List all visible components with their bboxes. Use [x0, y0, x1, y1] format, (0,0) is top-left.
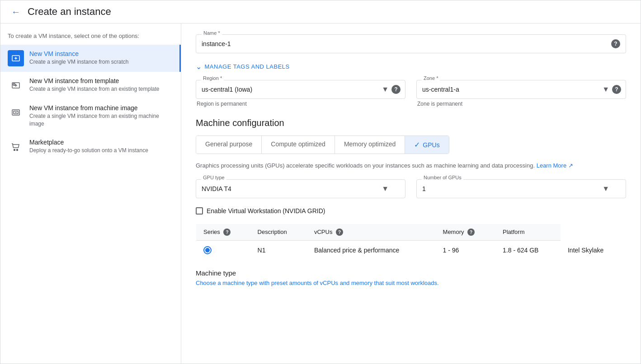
manage-tags-button[interactable]: ⌄ MANAGE TAGS AND LABELS — [196, 62, 626, 71]
num-gpus-label: Number of GPUs — [422, 175, 463, 180]
gpu-type-value: NVIDIA T4 — [202, 185, 387, 192]
vcpus-help-icon[interactable]: ? — [336, 229, 343, 236]
main-panel: Name * ? ⌄ MANAGE TAGS AND LABELS Region… — [181, 23, 641, 364]
name-help-icon[interactable]: ? — [611, 39, 620, 48]
machine-type-title: Machine type — [196, 269, 626, 277]
vm-template-icon — [8, 77, 24, 93]
workstation-checkbox-row: Enable Virtual Workstation (NVIDIA GRID) — [196, 207, 626, 215]
num-gpus-value: 1 — [422, 185, 608, 192]
region-container: Region * us-central1 (Iowa) ▼ ? Region i… — [196, 80, 405, 107]
col-platform: Platform — [495, 224, 561, 241]
row-memory: 1.8 - 624 GB — [495, 241, 561, 260]
region-select[interactable]: us-central1 (Iowa) ▼ ? — [196, 80, 405, 99]
marketplace-icon — [8, 139, 24, 155]
workstation-checkbox-label[interactable]: Enable Virtual Workstation (NVIDIA GRID) — [207, 207, 325, 215]
manage-tags-label: MANAGE TAGS AND LABELS — [205, 63, 290, 70]
num-gpus-container: Number of GPUs 1 ▼ — [416, 179, 626, 198]
region-note: Region is permanent — [196, 101, 405, 107]
row-description: Balanced price & performance — [307, 241, 436, 260]
gpu-type-select[interactable]: NVIDIA T4 ▼ — [196, 179, 405, 198]
gpu-selects-row: GPU type NVIDIA T4 ▼ Number of GPUs 1 ▼ — [196, 179, 626, 198]
page-title: Create an instance — [28, 6, 111, 18]
table-row[interactable]: N1 Balanced price & performance 1 - 96 1… — [196, 241, 626, 260]
zone-note: Zone is permanent — [416, 101, 626, 107]
col-description: Description — [250, 224, 307, 241]
zone-help-icon[interactable]: ? — [612, 85, 621, 94]
tab-general-purpose[interactable]: General purpose — [196, 136, 262, 154]
region-zone-row: Region * us-central1 (Iowa) ▼ ? Region i… — [196, 80, 626, 107]
zone-select[interactable]: us-central1-a ▼ ? — [416, 80, 626, 99]
memory-help-icon[interactable]: ? — [467, 229, 475, 236]
sidebar: To create a VM instance, select one of t… — [0, 23, 181, 364]
row-radio-button[interactable] — [203, 246, 212, 254]
new-vm-icon — [8, 50, 24, 66]
zone-dropdown-icon: ▼ — [602, 85, 609, 93]
zone-value: us-central1-a — [422, 86, 608, 93]
sidebar-item-vm-template-subtitle: Create a single VM instance from an exis… — [29, 85, 174, 93]
region-value: us-central1 (Iowa) — [202, 86, 387, 93]
num-gpus-select[interactable]: 1 ▼ — [416, 179, 626, 198]
num-gpus-dropdown-icon: ▼ — [602, 185, 609, 193]
gpu-type-label: GPU type — [201, 175, 226, 180]
region-label: Region * — [201, 75, 224, 81]
back-button[interactable]: ← — [11, 7, 20, 17]
row-radio-cell[interactable] — [196, 241, 250, 260]
machine-image-icon — [8, 104, 24, 121]
learn-more-link[interactable]: Learn More ↗ — [537, 162, 573, 169]
chevron-down-icon: ⌄ — [196, 62, 202, 71]
sidebar-item-new-vm-title: New VM instance — [29, 50, 174, 57]
row-vcpus: 1 - 96 — [436, 241, 496, 260]
tab-memory-optimized[interactable]: Memory optimized — [335, 136, 405, 154]
svg-point-10 — [14, 149, 15, 150]
col-series: Series ? — [196, 224, 250, 241]
name-field-wrapper[interactable]: Name * ? — [196, 34, 626, 53]
col-memory: Memory ? — [436, 224, 496, 241]
tab-compute-optimized[interactable]: Compute optimized — [262, 136, 335, 154]
tab-gpus[interactable]: ✓ GPUs — [405, 136, 448, 154]
svg-point-11 — [17, 149, 18, 150]
sidebar-item-vm-template-title: New VM instance from template — [29, 77, 174, 84]
name-field-container: Name * ? — [196, 34, 626, 53]
machine-config-title: Machine configuration — [196, 118, 626, 128]
col-vcpus: vCPUs ? — [307, 224, 436, 241]
sidebar-item-new-vm[interactable]: New VM instance Create a single VM insta… — [0, 45, 181, 72]
svg-line-13 — [13, 144, 13, 145]
region-dropdown-icon: ▼ — [382, 85, 389, 93]
sidebar-item-machine-image-subtitle: Create a single VM instance from an exis… — [29, 112, 174, 128]
sidebar-item-marketplace[interactable]: Marketplace Deploy a ready-to-go solutio… — [0, 133, 181, 160]
zone-label: Zone * — [422, 75, 440, 81]
row-platform: Intel Skylake — [561, 241, 626, 260]
row-series: N1 — [250, 241, 307, 260]
sidebar-item-vm-template[interactable]: New VM instance from template Create a s… — [0, 72, 181, 99]
sidebar-item-new-vm-subtitle: Create a single VM instance from scratch — [29, 58, 174, 66]
zone-container: Zone * us-central1-a ▼ ? Zone is permane… — [416, 80, 626, 107]
workstation-checkbox[interactable] — [196, 207, 203, 215]
tab-check-icon: ✓ — [414, 140, 420, 149]
sidebar-item-marketplace-subtitle: Deploy a ready-to-go solution onto a VM … — [29, 147, 174, 154]
name-label: Name * — [202, 30, 222, 36]
series-table: Series ? Description vCPUs ? Memory ? Pl… — [196, 224, 626, 261]
sidebar-item-marketplace-title: Marketplace — [29, 139, 174, 146]
tab-gpus-label: GPUs — [423, 141, 439, 149]
region-help-icon[interactable]: ? — [391, 85, 401, 94]
name-input[interactable] — [202, 40, 608, 47]
gpu-description: Graphics processing units (GPUs) acceler… — [196, 161, 626, 170]
machine-config-tabs: General purpose Compute optimized Memory… — [196, 135, 449, 154]
machine-type-description: Choose a machine type with preset amount… — [196, 280, 626, 286]
sidebar-item-machine-image[interactable]: New VM instance from machine image Creat… — [0, 99, 181, 133]
series-help-icon[interactable]: ? — [223, 229, 231, 236]
gpu-type-dropdown-icon: ▼ — [382, 185, 389, 193]
gpu-type-container: GPU type NVIDIA T4 ▼ — [196, 179, 405, 198]
sidebar-description: To create a VM instance, select one of t… — [0, 31, 181, 45]
svg-rect-6 — [13, 84, 15, 85]
sidebar-item-machine-image-title: New VM instance from machine image — [29, 104, 174, 112]
